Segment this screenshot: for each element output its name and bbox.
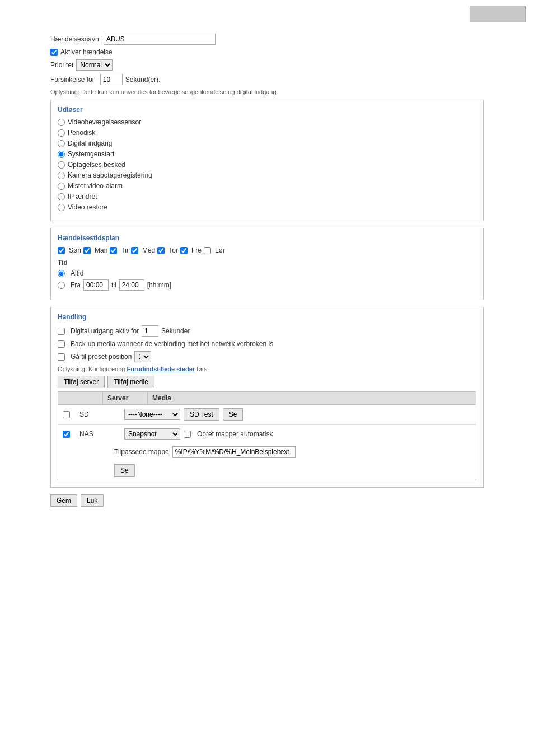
- sd-se-button[interactable]: Se: [223, 408, 243, 421]
- schedule-title: Hændelsestidsplan: [58, 234, 476, 242]
- from-radio[interactable]: [58, 282, 65, 289]
- th-server: Server: [103, 392, 148, 404]
- radio-mistet: Mistet video-alarm: [58, 182, 476, 190]
- radio-per: Periodisk: [58, 129, 476, 137]
- day-man[interactable]: Man: [83, 246, 107, 254]
- sd-media-select[interactable]: ----None---- Snapshot Video: [124, 409, 180, 420]
- priority-select[interactable]: Normal Høj Lav: [76, 59, 113, 71]
- event-name-input[interactable]: [104, 34, 216, 45]
- nas-auto-create-label: Opret mapper automatisk: [197, 430, 273, 438]
- radio-mistet-label: Mistet video-alarm: [68, 182, 123, 190]
- nas-custom-folder-row: Tilpassede mappe: [58, 445, 476, 461]
- digital-output-row: Digital udgang aktiv for Sekunder: [58, 325, 476, 337]
- activate-event-checkbox[interactable]: [50, 49, 58, 56]
- from-time-input[interactable]: [83, 279, 109, 291]
- radio-kamera-label: Kamera sabotageregistering: [68, 171, 152, 179]
- day-med[interactable]: Med: [131, 246, 155, 254]
- forudindstillede-link[interactable]: Forudindstillede steder: [127, 366, 195, 372]
- radio-sys-input[interactable]: [58, 151, 65, 158]
- radio-video: Video restore: [58, 203, 476, 211]
- radio-per-label: Periodisk: [68, 129, 95, 137]
- add-buttons-row: Tilføj server Tilføj medie: [58, 376, 476, 388]
- til-time-input[interactable]: [119, 279, 144, 291]
- top-button[interactable]: [470, 6, 526, 22]
- radio-sys-label: Systemgenstart: [68, 150, 114, 158]
- radio-video-input[interactable]: [58, 204, 65, 211]
- table-row-sd: SD ----None---- Snapshot Video SD Test S…: [58, 405, 476, 424]
- close-button[interactable]: Luk: [81, 494, 104, 507]
- sd-test-button[interactable]: SD Test: [184, 408, 219, 421]
- day-tir-checkbox[interactable]: [110, 247, 117, 254]
- day-tor-checkbox[interactable]: [157, 247, 165, 254]
- footer-buttons: Gem Luk: [50, 494, 484, 507]
- radio-vbs-label: Videobevægelsessensor: [68, 118, 141, 126]
- radio-ip: IP ændret: [58, 193, 476, 200]
- nas-auto-create-checkbox[interactable]: [184, 431, 191, 438]
- sd-server-label: SD: [79, 410, 89, 418]
- add-server-button[interactable]: Tilføj server: [58, 376, 105, 388]
- nas-media-select[interactable]: ----None---- Snapshot Video: [124, 428, 180, 440]
- nas-custom-folder-label: Tilpassede mappe: [114, 448, 169, 456]
- radio-di-input[interactable]: [58, 140, 65, 147]
- activate-event-label: Aktiver hændelse: [60, 48, 113, 56]
- radio-per-input[interactable]: [58, 129, 65, 137]
- day-med-checkbox[interactable]: [131, 247, 138, 254]
- nas-custom-folder-input[interactable]: [172, 446, 296, 458]
- radio-vbs: Videobevægelsessensor: [58, 118, 476, 126]
- radio-video-label: Video restore: [68, 203, 107, 211]
- priority-label: Prioritet: [50, 61, 73, 69]
- day-man-checkbox[interactable]: [83, 247, 91, 254]
- day-tor[interactable]: Tor: [157, 246, 178, 254]
- day-lor-checkbox[interactable]: [204, 247, 211, 254]
- nas-se-button[interactable]: Se: [114, 464, 135, 477]
- backup-label: Back-up media wanneer de verbinding met …: [71, 340, 273, 348]
- backup-checkbox[interactable]: [58, 340, 65, 348]
- day-tir[interactable]: Tir: [110, 246, 129, 254]
- digital-output-input[interactable]: [142, 325, 158, 337]
- radio-mistet-input[interactable]: [58, 183, 65, 190]
- digital-output-checkbox[interactable]: [58, 328, 65, 335]
- til-label: til: [111, 281, 116, 289]
- always-label: Altid: [71, 269, 83, 277]
- radio-kamera: Kamera sabotageregistering: [58, 171, 476, 179]
- always-radio[interactable]: [58, 270, 65, 277]
- form-info-text: Oplysning: Dette kan kun anvendes for be…: [50, 88, 484, 95]
- radio-ip-input[interactable]: [58, 193, 65, 200]
- days-row: Søn Man Tir Med Tor Fre Lør: [58, 246, 476, 254]
- nas-actions-cell: ----None---- Snapshot Video Opret mapper…: [120, 427, 476, 441]
- day-fre[interactable]: Fre: [180, 246, 202, 254]
- nas-se-row: Se: [58, 463, 476, 480]
- add-media-button[interactable]: Tilføj medie: [107, 376, 154, 388]
- radio-di: Digital indgang: [58, 139, 476, 147]
- nas-checkbox-cell: [58, 430, 75, 439]
- day-son-checkbox[interactable]: [58, 247, 65, 254]
- day-lor[interactable]: Lør: [204, 246, 225, 254]
- preset-checkbox[interactable]: [58, 353, 65, 361]
- sd-actions-cell: ----None---- Snapshot Video SD Test Se: [120, 407, 476, 422]
- handling-title: Handling: [58, 313, 476, 321]
- preset-row: Gå til preset position 1 2: [58, 351, 476, 362]
- th-media: Media: [148, 392, 476, 404]
- handling-info-suffix: først: [196, 366, 209, 372]
- sd-checkbox[interactable]: [63, 411, 70, 418]
- radio-vbs-input[interactable]: [58, 119, 65, 126]
- preset-label: Gå til preset position: [71, 353, 132, 361]
- radio-kamera-input[interactable]: [58, 172, 65, 179]
- day-son[interactable]: Søn: [58, 246, 81, 254]
- radio-opt: Optagelses besked: [58, 161, 476, 169]
- preset-select[interactable]: 1 2: [134, 351, 151, 362]
- radio-ip-label: IP ændret: [68, 193, 97, 200]
- priority-row: Prioritet Normal Høj Lav: [50, 59, 484, 71]
- from-row: Fra til [hh:mm]: [58, 279, 476, 291]
- day-fre-checkbox[interactable]: [180, 247, 188, 254]
- event-name-row: Hændelsesnavn:: [50, 34, 484, 45]
- delay-input[interactable]: [100, 74, 123, 85]
- radio-opt-input[interactable]: [58, 161, 65, 169]
- nas-checkbox[interactable]: [63, 431, 70, 438]
- delay-row: Forsinkelse for Sekund(er).: [50, 74, 484, 85]
- handling-section: Handling Digital udgang aktiv for Sekund…: [50, 307, 484, 488]
- delay-unit: Sekund(er).: [125, 76, 161, 83]
- from-label: Fra: [71, 281, 81, 289]
- always-row: Altid: [58, 269, 476, 277]
- save-button[interactable]: Gem: [50, 494, 77, 507]
